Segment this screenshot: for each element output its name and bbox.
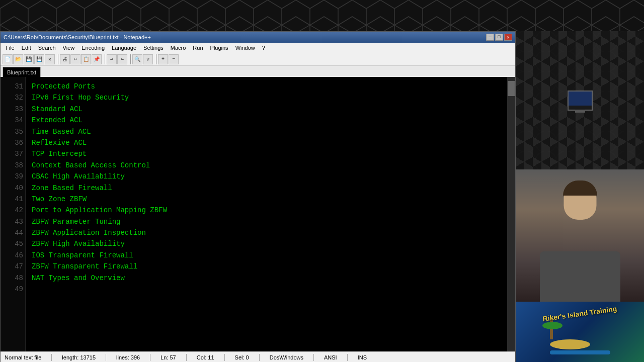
code-line: IPv6 First Hop Security (32, 92, 501, 103)
line-number: 40 (3, 183, 23, 194)
status-div1 (51, 354, 52, 361)
menu-file[interactable]: File (3, 44, 18, 51)
status-ins: INS (358, 354, 367, 360)
line-number: 47 (3, 261, 23, 272)
toolbar-save-all[interactable]: 💾 (34, 54, 44, 64)
toolbar-replace[interactable]: ⇄ (143, 54, 153, 64)
right-panel: Riker's Island Training (516, 31, 644, 362)
status-div4 (186, 354, 187, 361)
toolbar-copy[interactable]: 📋 (81, 54, 91, 64)
code-line: Context Based Access Control (32, 160, 501, 171)
code-line: ZBFW High Availability (32, 238, 501, 249)
line-numbers: 31323334353637383940414243444546474849 (1, 77, 26, 351)
line-number: 34 (3, 115, 23, 126)
line-number: 41 (3, 194, 23, 205)
line-number: 39 (3, 171, 23, 182)
status-bar: Normal text file length: 13715 lines: 39… (1, 351, 515, 362)
toolbar-sep1 (56, 54, 58, 64)
toolbar-close[interactable]: ✕ (45, 54, 55, 64)
status-div2 (106, 354, 106, 361)
toolbar-zoom-out[interactable]: − (169, 54, 179, 64)
line-number: 49 (3, 284, 23, 295)
menu-language[interactable]: Language (109, 44, 139, 51)
status-div5 (224, 354, 225, 361)
monitor-widget (568, 90, 593, 111)
menu-settings[interactable]: Settings (140, 44, 167, 51)
title-bar: C:\Users\Rob\Documents\Security\Blueprin… (1, 32, 515, 43)
person-body (540, 251, 620, 302)
tab-bar: Blueprint.txt (1, 66, 515, 77)
tab-blueprint[interactable]: Blueprint.txt (3, 67, 41, 77)
code-line: TCP Intercept (32, 148, 501, 159)
menu-encoding[interactable]: Encoding (78, 44, 108, 51)
menu-help[interactable]: ? (259, 44, 268, 51)
status-sel: Sel: 0 (235, 354, 249, 360)
code-line: NAT Types and Overview (32, 273, 501, 284)
code-line: Two Zone ZBFW (32, 194, 501, 205)
status-length: length: 13715 (62, 354, 96, 360)
menu-plugins[interactable]: Plugins (207, 44, 231, 51)
status-div7 (313, 354, 314, 361)
toolbar-cut[interactable]: ✂ (70, 54, 80, 64)
monitor-screen (569, 92, 592, 106)
menu-macro[interactable]: Macro (168, 44, 189, 51)
menu-view[interactable]: View (60, 44, 78, 51)
water-waves (550, 350, 610, 354)
toolbar-zoom-in[interactable]: + (158, 54, 168, 64)
menu-search[interactable]: Search (35, 44, 59, 51)
code-line: Zone Based Firewall (32, 183, 501, 194)
line-number: 48 (3, 273, 23, 284)
code-content[interactable]: Protected PortsIPv6 First Hop SecuritySt… (26, 77, 507, 351)
toolbar-redo[interactable]: ↪ (117, 54, 127, 64)
toolbar-print[interactable]: 🖨 (60, 54, 70, 64)
line-number: 37 (3, 148, 23, 159)
code-line: CBAC High Availability (32, 171, 501, 182)
vertical-scrollbar[interactable] (507, 77, 515, 351)
status-div6 (259, 354, 260, 361)
window-title: C:\Users\Rob\Documents\Security\Blueprin… (4, 34, 151, 40)
logo-island (550, 319, 610, 354)
status-file-type: Normal text file (5, 354, 41, 360)
logo-area: Riker's Island Training (516, 302, 644, 362)
code-line: Protected Ports (32, 81, 501, 92)
line-number: 36 (3, 137, 23, 148)
code-line: Extended ACL (32, 115, 501, 126)
status-div3 (150, 354, 150, 361)
line-number: 38 (3, 160, 23, 171)
line-number: 43 (3, 216, 23, 227)
line-number: 42 (3, 205, 23, 216)
menu-edit[interactable]: Edit (19, 44, 34, 51)
toolbar-find[interactable]: 🔍 (132, 54, 142, 64)
maximize-button[interactable]: □ (495, 34, 503, 41)
code-line: IOS Transparent Firewall (32, 250, 501, 261)
toolbar-paste[interactable]: 📌 (92, 54, 102, 64)
line-number: 35 (3, 126, 23, 137)
editor-area[interactable]: 31323334353637383940414243444546474849 P… (1, 77, 515, 351)
monitor-stand (575, 110, 585, 113)
line-number: 31 (3, 81, 23, 92)
toolbar-new[interactable]: 📄 (3, 54, 13, 64)
menu-bar: File Edit Search View Encoding Language … (1, 43, 515, 53)
toolbar-sep4 (154, 54, 156, 64)
menu-run[interactable]: Run (190, 44, 206, 51)
line-number: 32 (3, 92, 23, 103)
toolbar-undo[interactable]: ↩ (107, 54, 117, 64)
toolbar-open[interactable]: 📂 (13, 54, 23, 64)
logo-text-container: Riker's Island Training (516, 309, 644, 319)
line-number: 45 (3, 238, 23, 249)
code-line: Time Based ACL (32, 126, 501, 137)
status-div8 (347, 354, 348, 361)
status-col: Col: 11 (197, 354, 214, 360)
line-number: 46 (3, 250, 23, 261)
toolbar-save[interactable]: 💾 (24, 54, 34, 64)
toolbar-sep3 (129, 54, 131, 64)
line-number: 44 (3, 227, 23, 238)
monitor-icon (568, 90, 593, 111)
status-ln: Ln: 57 (160, 354, 176, 360)
close-button[interactable]: ✕ (504, 34, 512, 41)
menu-window[interactable]: Window (232, 44, 258, 51)
scrollbar-thumb[interactable] (508, 81, 515, 96)
code-line: Standard ACL (32, 104, 501, 115)
hex-panel-top (516, 31, 644, 169)
minimize-button[interactable]: ─ (486, 34, 494, 41)
